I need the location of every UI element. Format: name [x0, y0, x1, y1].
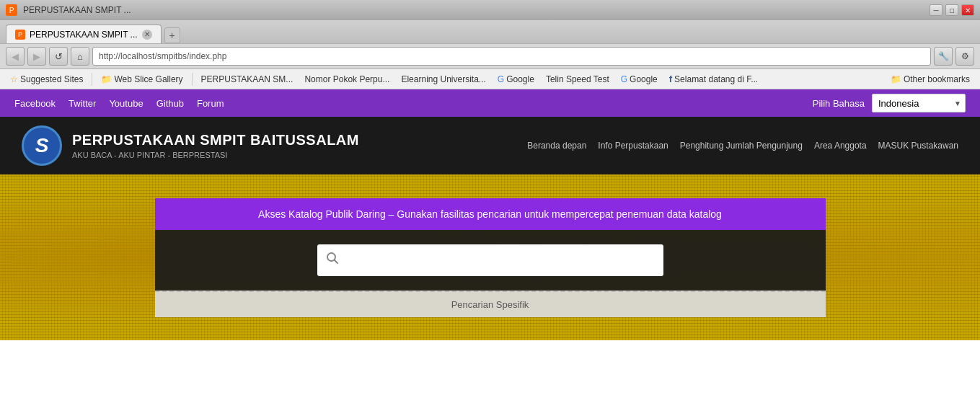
other-bookmarks[interactable]: 📁 Other bookmarks	[886, 73, 974, 86]
tab-title: PERPUSTAKAAN SMPIT ...	[23, 5, 924, 15]
bookmarks-bar: ☆ Suggested Sites 📁 Web Slice Gallery PE…	[0, 69, 980, 89]
close-button[interactable]: ✕	[961, 4, 974, 16]
website-content: Facebook Twitter Youtube Github Forum Pi…	[0, 89, 980, 340]
nav-penghitung[interactable]: Penghitung Jumlah Pengunjung	[680, 141, 803, 151]
bookmark-label: Telin Speed Test	[546, 74, 609, 84]
tab-favicon: P	[15, 30, 25, 40]
address-url: http://localhost/smpitbs/index.php	[99, 51, 226, 61]
nav-info[interactable]: Info Perpustakaan	[598, 141, 668, 151]
bookmark-facebook[interactable]: f Selamat datang di F...	[665, 72, 762, 86]
tab-close-button[interactable]: ✕	[142, 30, 152, 40]
language-select[interactable]: Indonesia English	[872, 94, 966, 112]
nav-bar: ◀ ▶ ↺ ⌂ http://localhost/smpitbs/index.p…	[0, 43, 980, 69]
other-bookmarks-label: Other bookmarks	[904, 74, 970, 84]
site-title: PERPUSTAKAAN SMPIT BAITUSSALAM	[72, 132, 359, 149]
star-icon: ☆	[10, 74, 18, 84]
bookmark-label: Elearning Universita...	[401, 74, 485, 84]
search-icon	[326, 252, 339, 268]
home-button[interactable]: ⌂	[71, 47, 89, 66]
bookmark-label: Nomor Pokok Perpu...	[304, 74, 389, 84]
language-label: Pilih Bahasa	[813, 98, 865, 109]
nav-area-anggota[interactable]: Area Anggota	[814, 141, 867, 151]
main-header: S PERPUSTAKAAN SMPIT BAITUSSALAM AKU BAC…	[0, 117, 980, 174]
bookmark-nomor-pokok[interactable]: Nomor Pokok Perpu...	[300, 73, 394, 86]
other-bookmarks-folder-icon: 📁	[891, 74, 901, 84]
logo-section: S PERPUSTAKAAN SMPIT BAITUSSALAM AKU BAC…	[22, 125, 359, 166]
address-bar[interactable]: http://localhost/smpitbs/index.php	[92, 47, 931, 66]
language-section: Pilih Bahasa Indonesia English	[813, 94, 966, 112]
github-link[interactable]: Github	[156, 98, 184, 109]
bookmark-label: Web Slice Gallery	[114, 74, 182, 84]
bookmark-label: Google	[630, 74, 658, 84]
site-subtitle: AKU BACA - AKU PINTAR - BERPRESTASI	[72, 151, 359, 159]
hero-section: Akses Katalog Publik Daring – Gunakan fa…	[0, 174, 980, 340]
logo-letter: S	[35, 134, 49, 157]
minimize-button[interactable]: ─	[930, 4, 943, 16]
bookmark-label: PERPUSTAKAAN SM...	[201, 74, 293, 84]
forum-link[interactable]: Forum	[197, 98, 224, 109]
bookmark-web-slice[interactable]: 📁 Web Slice Gallery	[97, 73, 187, 86]
site-title-section: PERPUSTAKAAN SMPIT BAITUSSALAM AKU BACA …	[72, 132, 359, 159]
bookmark-elearning[interactable]: Elearning Universita...	[397, 73, 490, 86]
favicon: P	[6, 4, 17, 16]
site-logo: S	[22, 125, 62, 166]
google-icon: G	[498, 74, 504, 84]
twitter-link[interactable]: Twitter	[69, 98, 96, 109]
bookmark-label: Suggested Sites	[20, 74, 83, 84]
facebook-icon: f	[669, 74, 672, 84]
social-links: Facebook Twitter Youtube Github Forum	[14, 98, 224, 109]
google-icon-2: G	[621, 74, 627, 84]
maximize-button[interactable]: □	[945, 4, 958, 16]
specific-search-link[interactable]: Pencarian Spesifik	[451, 299, 529, 310]
settings-button[interactable]: ⚙	[955, 47, 974, 66]
bookmark-google-1[interactable]: G Google	[493, 73, 539, 86]
language-select-wrapper: Indonesia English	[872, 94, 966, 112]
page-menu-button[interactable]: 🔧	[934, 47, 953, 66]
search-area	[155, 230, 826, 291]
bookmark-perpustakaan[interactable]: PERPUSTAKAAN SM...	[197, 73, 298, 86]
bookmark-google-2[interactable]: G Google	[617, 73, 662, 86]
forward-button[interactable]: ▶	[27, 47, 46, 66]
svg-line-1	[334, 260, 337, 264]
search-input[interactable]	[345, 254, 655, 266]
bookmark-separator-2	[192, 73, 193, 86]
refresh-button[interactable]: ↺	[49, 47, 68, 66]
specific-search-bar: Pencarian Spesifik	[155, 291, 826, 317]
hero-content: Akses Katalog Publik Daring – Gunakan fa…	[155, 198, 826, 317]
active-tab[interactable]: P PERPUSTAKAAN SMPIT ... ✕	[6, 25, 162, 43]
search-box	[317, 244, 663, 276]
bookmark-label: Selamat datang di F...	[674, 74, 758, 84]
social-bar: Facebook Twitter Youtube Github Forum Pi…	[0, 89, 980, 117]
main-nav: Beranda depan Info Perpustakaan Penghitu…	[527, 141, 958, 151]
youtube-link[interactable]: Youtube	[109, 98, 143, 109]
bookmark-label: Google	[506, 74, 534, 84]
tab-bar: P PERPUSTAKAAN SMPIT ... ✕ +	[0, 20, 980, 43]
new-tab-button[interactable]: +	[164, 27, 180, 43]
bookmark-suggested-sites[interactable]: ☆ Suggested Sites	[6, 73, 87, 86]
bookmark-telin[interactable]: Telin Speed Test	[542, 73, 614, 86]
nav-masuk-pustakawan[interactable]: MASUK Pustakawan	[878, 141, 958, 151]
tab-label: PERPUSTAKAAN SMPIT ...	[30, 30, 138, 40]
title-bar: P PERPUSTAKAAN SMPIT ... ─ □ ✕	[0, 0, 980, 20]
folder-icon: 📁	[101, 74, 112, 84]
bookmark-separator	[92, 73, 92, 86]
facebook-link[interactable]: Facebook	[14, 98, 56, 109]
catalog-banner: Akses Katalog Publik Daring – Gunakan fa…	[155, 198, 826, 230]
catalog-text: Akses Katalog Publik Daring – Gunakan fa…	[258, 208, 722, 220]
back-button[interactable]: ◀	[6, 47, 25, 66]
nav-beranda[interactable]: Beranda depan	[527, 141, 586, 151]
window-controls: ─ □ ✕	[930, 4, 974, 16]
